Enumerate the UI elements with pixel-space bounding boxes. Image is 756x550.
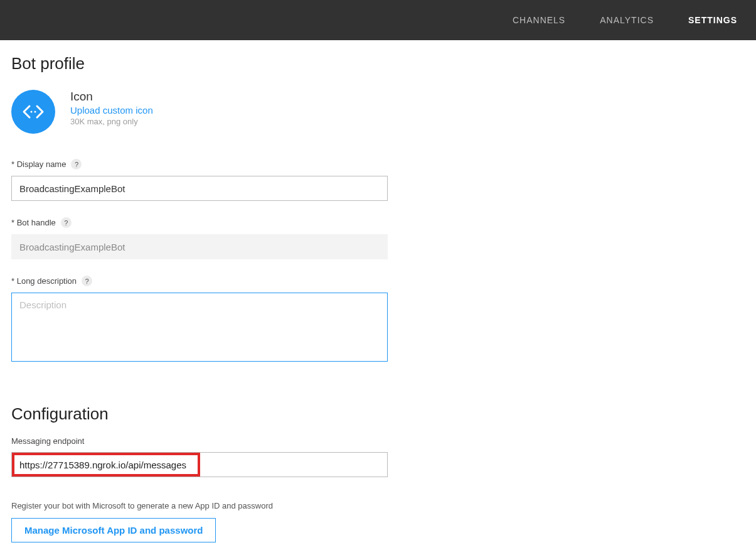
svg-point-0 — [31, 111, 33, 113]
icon-hint: 30K max, png only — [70, 117, 153, 126]
icon-section: Icon Upload custom icon 30K max, png onl… — [11, 90, 415, 134]
long-description-group: * Long description ? — [11, 276, 415, 364]
help-icon[interactable]: ? — [82, 276, 92, 286]
main-content: Bot profile Icon Upload custom icon 30K … — [0, 40, 427, 550]
icon-label: Icon — [70, 90, 153, 104]
bot-handle-input — [11, 234, 388, 259]
long-description-input[interactable] — [11, 293, 388, 362]
messaging-endpoint-label: Messaging endpoint — [11, 436, 84, 446]
display-name-label: * Display name — [11, 159, 66, 169]
long-description-label: * Long description — [11, 276, 77, 286]
upload-icon-link[interactable]: Upload custom icon — [70, 105, 153, 116]
help-icon[interactable]: ? — [71, 159, 82, 170]
nav-channels[interactable]: Channels — [513, 15, 565, 25]
bot-handle-group: * Bot handle ? — [11, 217, 415, 259]
nav-analytics[interactable]: Analytics — [600, 15, 654, 25]
bot-icon — [11, 90, 55, 134]
display-name-group: * Display name ? — [11, 159, 415, 201]
register-hint: Register your bot with Microsoft to gene… — [11, 501, 415, 510]
svg-point-1 — [35, 111, 36, 113]
display-name-input[interactable] — [11, 176, 388, 201]
messaging-endpoint-group: Messaging endpoint — [11, 436, 415, 477]
bot-handle-label: * Bot handle — [11, 218, 56, 227]
bot-profile-heading: Bot profile — [11, 54, 415, 73]
manage-app-id-button[interactable]: Manage Microsoft App ID and password — [11, 518, 216, 542]
help-icon[interactable]: ? — [61, 217, 72, 228]
nav-settings[interactable]: Settings — [688, 15, 737, 25]
messaging-endpoint-input[interactable] — [11, 452, 388, 477]
top-nav: Channels Analytics Settings — [0, 0, 756, 40]
configuration-heading: Configuration — [11, 404, 415, 424]
icon-meta: Icon Upload custom icon 30K max, png onl… — [70, 90, 153, 126]
code-brackets-icon — [20, 99, 46, 125]
